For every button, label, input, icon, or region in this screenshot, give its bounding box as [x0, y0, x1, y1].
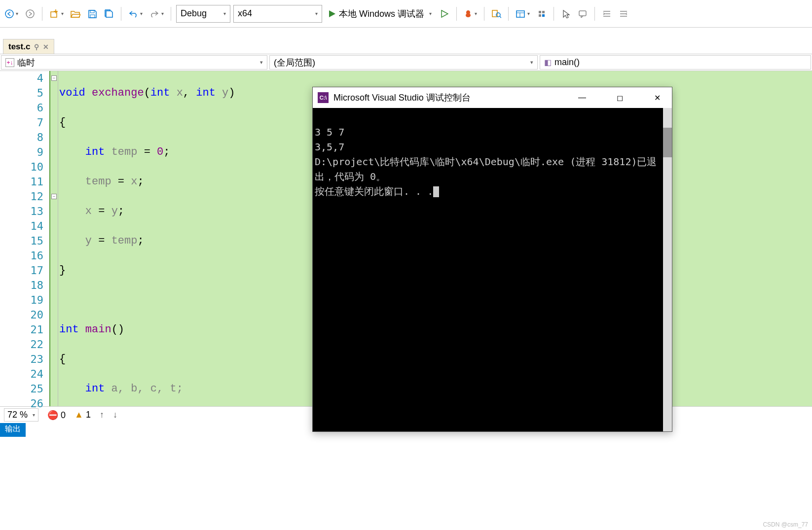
- hot-reload-button[interactable]: ▾: [462, 6, 479, 22]
- svg-rect-7: [517, 11, 524, 17]
- svg-rect-3: [90, 15, 95, 18]
- file-tab-test-c[interactable]: test.c ⚲ ✕: [3, 39, 54, 54]
- svg-rect-11: [542, 14, 545, 17]
- svg-point-0: [5, 10, 13, 18]
- svg-rect-12: [579, 11, 586, 16]
- minimize-button[interactable]: —: [572, 93, 592, 103]
- find-in-files-button[interactable]: [489, 6, 503, 22]
- cursor-tool-icon[interactable]: [559, 6, 573, 22]
- console-scrollbar-thumb[interactable]: [663, 128, 672, 157]
- debug-console-window: C:\ Microsoft Visual Studio 调试控制台 — ◻ ✕ …: [312, 87, 672, 432]
- output-panel-tab[interactable]: 输出: [0, 423, 26, 437]
- cursor-block: [433, 186, 439, 197]
- main-toolbar: ▾ ▾ ▾ ▾ Debug▾ x64▾ 本地 Windows 调试器▾ ▾ ▾: [0, 0, 812, 28]
- extensions-button[interactable]: [535, 6, 549, 22]
- warning-count[interactable]: ▲ 1: [74, 410, 91, 420]
- pin-icon[interactable]: ⚲: [34, 43, 39, 51]
- svg-rect-10: [539, 14, 541, 17]
- project-icon: +↓: [5, 58, 14, 67]
- scope-project-dropdown[interactable]: +↓ 临时▾: [1, 55, 267, 70]
- scope-global-dropdown[interactable]: (全局范围)▾: [269, 55, 538, 70]
- comment-button[interactable]: [576, 6, 590, 22]
- outdent-button[interactable]: [617, 6, 630, 22]
- console-output[interactable]: 3 5 7 3,5,7 D:\project\比特代码库\临时\x64\Debu…: [313, 108, 672, 431]
- undo-button[interactable]: ▾: [126, 6, 145, 22]
- watermark-text: CSDN @csm_77: [763, 521, 808, 528]
- vs-console-icon: C:\: [318, 92, 329, 103]
- maximize-button[interactable]: ◻: [610, 93, 629, 103]
- svg-rect-9: [542, 11, 545, 13]
- save-button[interactable]: [85, 6, 99, 22]
- svg-point-6: [496, 13, 500, 17]
- start-debug-button[interactable]: 本地 Windows 调试器▾: [325, 5, 435, 23]
- redo-button[interactable]: ▾: [148, 6, 166, 22]
- nav-forward-button[interactable]: [23, 6, 37, 22]
- next-issue-button[interactable]: ↓: [113, 410, 117, 420]
- start-without-debug-button[interactable]: [438, 6, 451, 22]
- fold-toggle[interactable]: −: [51, 194, 57, 199]
- window-layout-button[interactable]: ▾: [514, 6, 532, 22]
- svg-point-1: [26, 10, 34, 18]
- configuration-dropdown[interactable]: Debug▾: [176, 5, 230, 23]
- warning-icon: ▲: [74, 410, 83, 420]
- document-tabstrip: test.c ⚲ ✕: [0, 37, 812, 54]
- play-icon: [328, 10, 336, 18]
- nav-back-button[interactable]: ▾: [3, 6, 20, 22]
- console-titlebar[interactable]: C:\ Microsoft Visual Studio 调试控制台 — ◻ ✕: [313, 87, 672, 108]
- open-button[interactable]: [69, 6, 82, 22]
- file-tab-label: test.c: [8, 42, 30, 52]
- close-icon[interactable]: ✕: [43, 43, 49, 51]
- new-item-button[interactable]: ▾: [47, 6, 66, 22]
- fold-toggle[interactable]: −: [51, 75, 57, 81]
- method-icon: ◧: [544, 58, 552, 67]
- line-number-gutter: 4567891011121314151617181920212223242526: [0, 71, 49, 406]
- error-icon: ⛔: [47, 410, 58, 420]
- close-button[interactable]: ✕: [647, 93, 667, 103]
- prev-issue-button[interactable]: ↑: [100, 410, 104, 420]
- indent-button[interactable]: [600, 6, 614, 22]
- error-count[interactable]: ⛔ 0: [47, 410, 66, 421]
- console-title-text: Microsoft Visual Studio 调试控制台: [333, 92, 471, 104]
- svg-rect-8: [539, 11, 541, 13]
- save-all-button[interactable]: [102, 6, 116, 22]
- code-navigation-bar: +↓ 临时▾ (全局范围)▾ ◧ main(): [0, 54, 812, 71]
- fold-column[interactable]: − −: [49, 71, 58, 406]
- platform-dropdown[interactable]: x64▾: [233, 5, 322, 23]
- scope-function-dropdown[interactable]: ◧ main(): [540, 55, 811, 70]
